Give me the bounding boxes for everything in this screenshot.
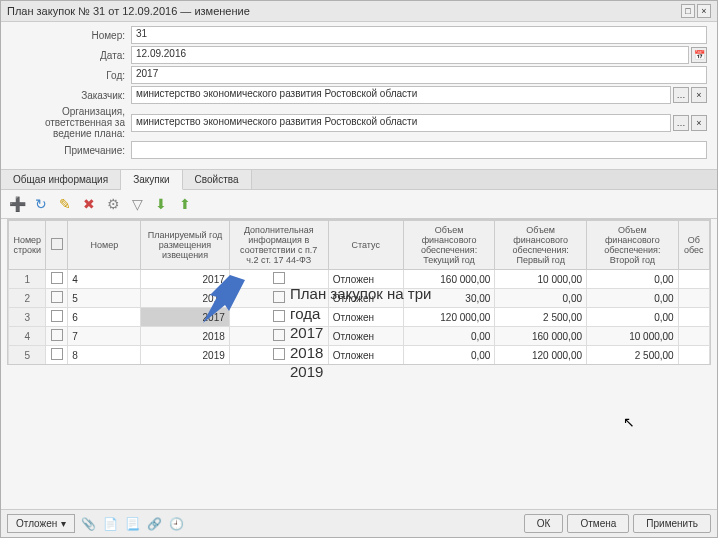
filter-icon[interactable]: ▽ xyxy=(127,194,147,214)
apply-button[interactable]: Применить xyxy=(633,514,711,533)
cell-fin-first[interactable]: 0,00 xyxy=(495,289,587,308)
doc-add-icon[interactable]: 📄 xyxy=(101,515,119,533)
close-icon[interactable]: × xyxy=(697,4,711,18)
header-form: Номер: 31 Дата: 12.09.2016 📅 Год: 2017 З… xyxy=(1,22,717,169)
col-fin-first[interactable]: Объем финансового обеспечения: Первый го… xyxy=(495,221,587,270)
attach-icon[interactable]: 📎 xyxy=(79,515,97,533)
cell-fin-ob[interactable] xyxy=(678,308,709,327)
cell-fin-ob[interactable] xyxy=(678,327,709,346)
cell-fin-first[interactable]: 2 500,00 xyxy=(495,308,587,327)
cell-fin-second[interactable]: 0,00 xyxy=(587,289,679,308)
cell-fin-second[interactable]: 10 000,00 xyxy=(587,327,679,346)
tab-general[interactable]: Общая информация xyxy=(1,170,121,189)
refresh-icon[interactable]: ↻ xyxy=(31,194,51,214)
row-checkbox[interactable] xyxy=(46,289,68,308)
cell-fin-first[interactable]: 10 000,00 xyxy=(495,270,587,289)
import-icon[interactable]: ⬆ xyxy=(175,194,195,214)
col-checkbox[interactable] xyxy=(46,221,68,270)
lookup-icon[interactable]: … xyxy=(673,115,689,131)
cell-fin-second[interactable]: 2 500,00 xyxy=(587,346,679,365)
col-number[interactable]: Номер xyxy=(68,221,141,270)
footer: Отложен▾ 📎 📄 📃 🔗 🕘 ОК Отмена Применить xyxy=(1,509,717,537)
app-window: План закупок № 31 от 12.09.2016 — измене… xyxy=(0,0,718,538)
svg-marker-0 xyxy=(203,275,245,323)
tab-properties[interactable]: Свойства xyxy=(183,170,252,189)
cell-fin-ob[interactable] xyxy=(678,289,709,308)
row-number: 5 xyxy=(9,346,46,365)
edit-icon[interactable]: ✎ xyxy=(55,194,75,214)
customer-field[interactable]: министерство экономического развития Рос… xyxy=(131,86,671,104)
number-field[interactable]: 31 xyxy=(131,26,707,44)
number-label: Номер: xyxy=(11,30,131,41)
col-fin-second[interactable]: Объем финансового обеспечения: Второй го… xyxy=(587,221,679,270)
year-label: Год: xyxy=(11,70,131,81)
delete-icon[interactable]: ✖ xyxy=(79,194,99,214)
cell-fin-first[interactable]: 120 000,00 xyxy=(495,346,587,365)
tab-purchases[interactable]: Закупки xyxy=(121,170,182,190)
cell-number[interactable]: 7 xyxy=(68,327,141,346)
chevron-down-icon: ▾ xyxy=(61,518,66,529)
doc-icon[interactable]: 📃 xyxy=(123,515,141,533)
cell-fin-ob[interactable] xyxy=(678,270,709,289)
lookup-icon[interactable]: … xyxy=(673,87,689,103)
cell-year[interactable]: 2019 xyxy=(141,346,230,365)
col-year[interactable]: Планируемый год размещения извещения xyxy=(141,221,230,270)
status-dropdown[interactable]: Отложен▾ xyxy=(7,514,75,533)
col-fin-ob[interactable]: Об обес xyxy=(678,221,709,270)
customer-label: Заказчик: xyxy=(11,90,131,101)
col-fin-current[interactable]: Объем финансового обеспечения: Текущий г… xyxy=(403,221,495,270)
year-field[interactable]: 2017 xyxy=(131,66,707,84)
row-number: 2 xyxy=(9,289,46,308)
tabs: Общая информация Закупки Свойства xyxy=(1,169,717,190)
annotation-text: План закупок на три года 2017 2018 2019 xyxy=(290,284,450,382)
cell-fin-second[interactable]: 0,00 xyxy=(587,270,679,289)
cell-fin-ob[interactable] xyxy=(678,346,709,365)
ok-button[interactable]: ОК xyxy=(524,514,564,533)
row-checkbox[interactable] xyxy=(46,270,68,289)
arrow-icon xyxy=(195,275,255,325)
toolbar: ➕ ↻ ✎ ✖ ⚙ ▽ ⬇ ⬆ xyxy=(1,190,717,219)
date-field[interactable]: 12.09.2016 xyxy=(131,46,689,64)
org-field[interactable]: министерство экономического развития Рос… xyxy=(131,114,671,132)
row-checkbox[interactable] xyxy=(46,346,68,365)
clear-icon[interactable]: × xyxy=(691,87,707,103)
org-label: Организация, ответственная за ведение пл… xyxy=(11,106,131,139)
cursor-icon: ↖ xyxy=(623,414,635,430)
gear-icon[interactable]: ⚙ xyxy=(103,194,123,214)
window-title: План закупок № 31 от 12.09.2016 — измене… xyxy=(7,5,250,17)
titlebar: План закупок № 31 от 12.09.2016 — измене… xyxy=(1,1,717,22)
cell-number[interactable]: 4 xyxy=(68,270,141,289)
date-label: Дата: xyxy=(11,50,131,61)
row-checkbox[interactable] xyxy=(46,308,68,327)
header-row: Номер строки Номер Планируемый год разме… xyxy=(9,221,710,270)
add-icon[interactable]: ➕ xyxy=(7,194,27,214)
cell-fin-first[interactable]: 160 000,00 xyxy=(495,327,587,346)
cell-number[interactable]: 5 xyxy=(68,289,141,308)
maximize-icon[interactable]: □ xyxy=(681,4,695,18)
titlebar-buttons: □ × xyxy=(681,4,711,18)
row-number: 1 xyxy=(9,270,46,289)
clear-icon[interactable]: × xyxy=(691,115,707,131)
cell-year[interactable]: 2018 xyxy=(141,327,230,346)
col-extra[interactable]: Дополнительная информация в соответствии… xyxy=(229,221,328,270)
calendar-icon[interactable]: 📅 xyxy=(691,47,707,63)
note-field[interactable] xyxy=(131,141,707,159)
row-number: 3 xyxy=(9,308,46,327)
row-number: 4 xyxy=(9,327,46,346)
cell-fin-second[interactable]: 0,00 xyxy=(587,308,679,327)
row-checkbox[interactable] xyxy=(46,327,68,346)
history-icon[interactable]: 🕘 xyxy=(167,515,185,533)
col-rownum[interactable]: Номер строки xyxy=(9,221,46,270)
note-label: Примечание: xyxy=(11,145,131,156)
cell-number[interactable]: 6 xyxy=(68,308,141,327)
cell-number[interactable]: 8 xyxy=(68,346,141,365)
col-status[interactable]: Статус xyxy=(328,221,403,270)
link-icon[interactable]: 🔗 xyxy=(145,515,163,533)
export-icon[interactable]: ⬇ xyxy=(151,194,171,214)
cancel-button[interactable]: Отмена xyxy=(567,514,629,533)
